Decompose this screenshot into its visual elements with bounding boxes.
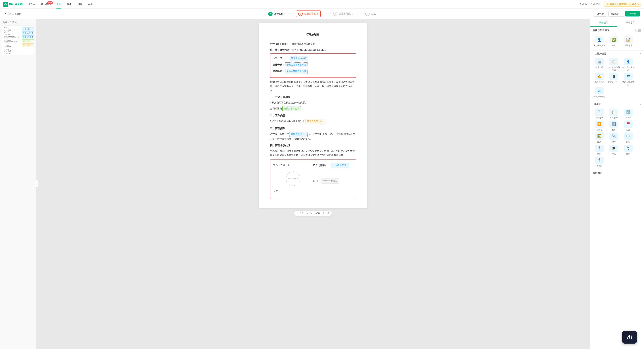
rotate-button[interactable]: ↺ <box>327 212 329 215</box>
nav-contract[interactable]: 合同 <box>56 3 61 6</box>
prev-step-button[interactable]: 上一步 <box>594 11 607 17</box>
period-input[interactable]: 请输入单行文本 <box>282 106 301 111</box>
smart-toggle-label: 智能添加填写区 <box>593 29 609 32</box>
legal-name-label: 法人/经营者姓名 <box>622 66 635 71</box>
fill-single-text[interactable]: 📄 单行文本 <box>593 108 606 119</box>
fill-row-3: 🖼️ 图片 📎 附件 ✉️ 邮箱 <box>593 132 641 143</box>
single-text-icon: 📄 <box>595 108 604 116</box>
period-section: 合同期限为 请输入单行文本 <box>270 106 356 111</box>
nav-seal[interactable]: 印章 <box>78 3 82 6</box>
doc-thumbnail[interactable]: 劳动合同甲方：事事如意测试有限公司统一社会信用代码乙方（员工）：___证件号码：… <box>2 26 34 55</box>
step-3: 3 设置签署流程 <box>333 12 353 16</box>
next-step-button[interactable]: 下一步 <box>625 11 640 16</box>
company-badge[interactable]: ⭐ 事事如意测试有限公司·高级 ▾ <box>604 2 641 7</box>
sig-b-label-row: 乙方（签字）： 个人签名/印章 <box>313 163 353 168</box>
sig-b-spacer <box>313 171 353 178</box>
attr-section: 属性编辑 <box>590 170 644 178</box>
signer-row-3: 🪪 签署人证件号 <box>593 87 641 98</box>
signer-company-full[interactable]: 🏢 企业全称 <box>593 58 606 71</box>
id-input[interactable]: 请输入签署人证件号 <box>285 62 308 68</box>
prev-page-button[interactable]: ‹ <box>297 212 298 215</box>
fill-image[interactable]: 🖼️ 图片 <box>593 132 606 143</box>
tab-add-component[interactable]: 添加组件 <box>590 19 617 27</box>
salary-input[interactable]: 请输入数字 <box>290 132 308 137</box>
party-b-label: 乙方（员工）： <box>272 57 289 60</box>
logo[interactable]: 腾讯电子签 <box>3 2 23 7</box>
party-b-input[interactable]: 请输入企业全称 <box>290 56 308 61</box>
fill-number[interactable]: 🔢 数字 <box>607 120 620 131</box>
province-icon: 📍 <box>595 156 604 164</box>
image-label: 图片 <box>597 140 601 143</box>
signer-row-2: ✍️ 签署人姓名 📱 签署人手机号 🪪 签署人证件类型 <box>593 73 641 86</box>
signer-id-num[interactable]: 🪪 签署人证件号 <box>593 87 606 98</box>
work-input[interactable]: 请输入单行文本1 <box>306 119 325 124</box>
signer-name-label: 签署人姓名 <box>594 81 604 83</box>
fill-selector[interactable]: 🔽 选择器 <box>593 120 606 131</box>
date-field[interactable]: yyyy年m月d日 <box>322 178 340 184</box>
tab-add-watermark[interactable]: 添加水印 <box>617 19 644 27</box>
fill-collapse-btn[interactable]: ∨ <box>640 103 641 105</box>
steps: ✓ 上传文件 2 添加签署区域 3 设置签署流程 4 完成 <box>268 10 376 17</box>
fill-province[interactable]: 📍 省市区 <box>593 156 606 167</box>
right-panel: 添加组件 添加水印 智能添加填写区 👤 法定代表人章 ✅ 签批 📝 <box>590 19 644 349</box>
fill-multi-text[interactable]: 📋 多行文本 <box>607 108 620 119</box>
nav-template[interactable]: 模板 <box>67 3 72 6</box>
comp-sign-opinion[interactable]: 📝 签署意见 <box>622 36 635 47</box>
fill-checkbox[interactable]: ☑️ 勾选框 <box>622 108 635 119</box>
fill-section-title: 填写区 <box>594 102 602 106</box>
signer-unified-code[interactable]: 📋 统一社会信用代码 <box>607 58 620 71</box>
signer-phone[interactable]: 📱 签署人手机号 <box>607 73 620 86</box>
tag-id: 签署人证件号 <box>22 32 34 35</box>
toggle-dot <box>636 29 638 32</box>
component-grid-top: 👤 法定代表人章 ✅ 签批 📝 签署意见 <box>590 34 644 50</box>
signer-info-title-bar: 签署人信息 <box>593 52 606 55</box>
sidebar-collapse-button[interactable]: « <box>35 180 38 188</box>
signer-row-1: 🏢 企业全称 📋 统一社会信用代码 👤 法人/经营者姓名 <box>593 58 641 71</box>
signer-id-type[interactable]: 🪪 签署人证件类型 <box>622 73 635 86</box>
page-indicator-center: 1 / 1 <box>300 212 304 215</box>
nav-workbench[interactable]: 工作台 <box>28 3 36 6</box>
seal-icon: ⊕ <box>288 177 290 180</box>
smart-toggle-switch[interactable] <box>635 29 641 32</box>
fill-education[interactable]: 🎓 学历 <box>607 145 620 155</box>
sign-opinion-icon: 📝 <box>624 36 632 44</box>
right-tabs: 添加组件 添加水印 <box>590 19 644 27</box>
comp-legal-seal[interactable]: 👤 法定代表人章 <box>593 36 606 47</box>
miniapp-btn[interactable]: ⬡ 小程序 <box>590 3 600 6</box>
nav-version[interactable]: 版本选购双11 <box>41 3 51 6</box>
help-btn[interactable]: ? 帮助 <box>580 3 586 6</box>
education-icon: 🎓 <box>610 145 618 152</box>
single-text-label: 单行文本 <box>595 116 603 119</box>
salary-section: 乙方每月基本工资 请输入数字 元。乙方加班工资、假期工资及特殊情况下的工资支付按… <box>270 132 356 141</box>
doc-nav: ‹ 1 / 1 › ⊕ 100% ⊖ ↺ <box>294 211 332 216</box>
unified-code-value: 91111111111100001111 <box>300 48 326 51</box>
fill-email[interactable]: ✉️ 邮箱 <box>622 132 635 143</box>
signer-legal-name[interactable]: 👤 法人/经营者姓名 <box>622 58 635 71</box>
step-connector-2 <box>322 14 332 14</box>
signer-name[interactable]: ✍️ 签署人姓名 <box>593 73 606 86</box>
comp-approve[interactable]: ✅ 签批 <box>607 36 620 47</box>
sig-a-date-row: 日期： <box>273 189 313 193</box>
close-btn[interactable]: ✕ 文件发起合同 <box>4 12 22 16</box>
personal-sig[interactable]: 个人签名/印章 <box>331 163 348 168</box>
zoom-in-button[interactable]: ⊕ <box>310 212 312 215</box>
zoom-out-button[interactable]: ⊖ <box>322 212 324 215</box>
ai-badge[interactable]: Ai <box>622 331 637 344</box>
phone-input[interactable]: 请输入签署人手机号 <box>285 69 308 74</box>
signer-collapse-btn[interactable]: ∨ <box>640 52 641 55</box>
phone-label: 联系电话： <box>272 70 284 72</box>
fill-date[interactable]: 📅 日期 <box>622 120 635 131</box>
sig-b-date-label: 日期： <box>313 179 320 183</box>
company-full-label: 企业全称 <box>595 66 603 68</box>
nav-more[interactable]: 更多 ▾ <box>88 3 95 6</box>
fill-address[interactable]: 📍 地址 <box>593 145 606 155</box>
company-seal[interactable]: ⊕ 企业印章 <box>286 172 300 186</box>
step-bar: ✕ 文件发起合同 ✓ 上传文件 2 添加签署区域 3 设置签署流程 4 完成 上… <box>0 9 644 19</box>
fill-gender[interactable]: ⚧ 性别 <box>622 145 635 155</box>
next-page-button[interactable]: › <box>307 212 308 215</box>
fill-attachment[interactable]: 📎 附件 <box>607 132 620 143</box>
edit-file-button[interactable]: 编辑文件 <box>608 11 624 17</box>
image-icon: 🖼️ <box>595 132 604 140</box>
legal-seal-icon: 👤 <box>595 36 604 44</box>
phone-section: 联系电话： 请输入签署人手机号 <box>272 69 354 74</box>
